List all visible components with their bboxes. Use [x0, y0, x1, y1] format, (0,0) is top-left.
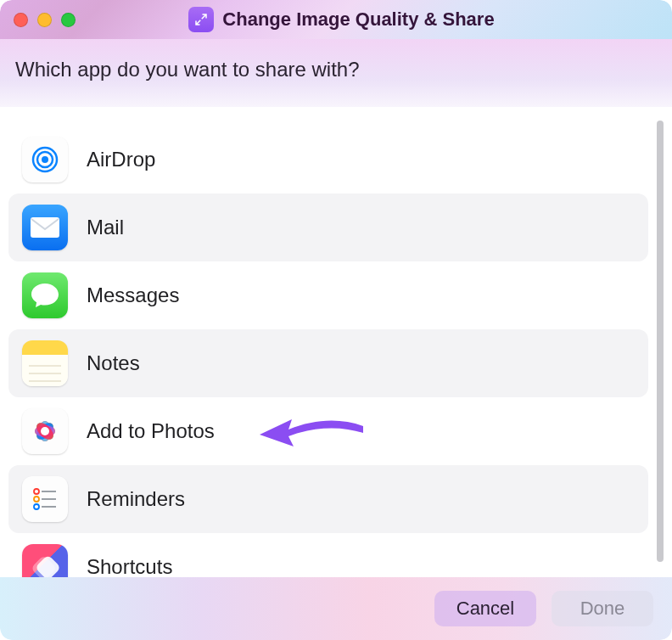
- cancel-button[interactable]: Cancel: [434, 591, 536, 626]
- svg-point-16: [34, 489, 39, 494]
- svg-point-20: [34, 504, 39, 509]
- photos-icon: [22, 408, 68, 454]
- app-list: AirDrop Mail Messages: [8, 126, 648, 577]
- app-label: Reminders: [87, 487, 185, 511]
- app-list-container: AirDrop Mail Messages: [0, 107, 672, 577]
- dialog-window: Change Image Quality & Share Which app d…: [0, 0, 672, 640]
- app-row-airdrop[interactable]: AirDrop: [8, 126, 648, 194]
- app-label: Add to Photos: [87, 419, 215, 443]
- titlebar: Change Image Quality & Share: [0, 0, 672, 39]
- messages-icon: [22, 272, 68, 318]
- app-icon: [188, 7, 214, 32]
- app-row-reminders[interactable]: Reminders: [8, 465, 648, 533]
- app-row-shortcuts[interactable]: Shortcuts: [8, 533, 648, 577]
- app-row-notes[interactable]: Notes: [8, 329, 648, 397]
- app-label: Mail: [87, 216, 124, 239]
- app-row-photos[interactable]: Add to Photos: [8, 397, 648, 465]
- app-label: AirDrop: [87, 148, 155, 171]
- svg-rect-3: [31, 217, 59, 238]
- airdrop-icon: [22, 137, 68, 182]
- app-label: Notes: [87, 351, 140, 375]
- window-title: Change Image Quality & Share: [222, 8, 494, 31]
- app-label: Shortcuts: [87, 555, 172, 577]
- mail-icon: [22, 205, 68, 250]
- shortcuts-icon: [22, 544, 68, 577]
- done-button[interactable]: Done: [552, 591, 653, 626]
- svg-point-15: [41, 427, 49, 435]
- app-row-messages[interactable]: Messages: [8, 261, 648, 329]
- svg-point-18: [34, 497, 39, 502]
- svg-point-2: [42, 156, 48, 163]
- notes-icon: [22, 340, 68, 386]
- footer: Cancel Done: [0, 577, 672, 640]
- reminders-icon: [22, 476, 68, 522]
- app-row-mail[interactable]: Mail: [8, 194, 648, 261]
- scrollbar[interactable]: [657, 121, 664, 562]
- prompt-text: Which app do you want to share with?: [0, 39, 672, 107]
- title-wrap: Change Image Quality & Share: [25, 7, 658, 32]
- app-label: Messages: [87, 284, 179, 307]
